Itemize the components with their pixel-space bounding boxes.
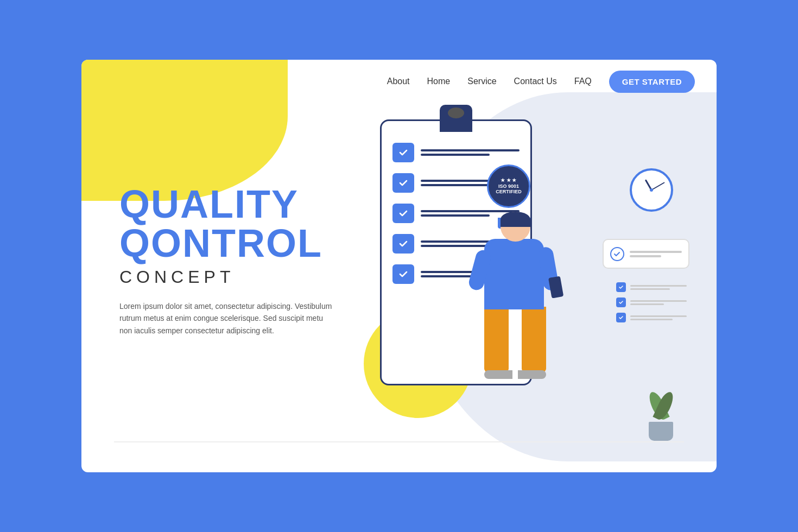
iso-badge-circle: ★ ★ ★ ISO 9001 CERTIFIED (487, 164, 530, 208)
leg-right (522, 307, 546, 372)
clock-center-dot (650, 188, 653, 192)
mini-list-item-3 (616, 313, 687, 322)
mini-list-dot-2 (616, 297, 626, 307)
title-line2: QONTROL (119, 224, 337, 263)
person-leg-left (484, 307, 512, 379)
person-legs (484, 307, 546, 379)
mini-list-line (630, 300, 687, 302)
get-started-button[interactable]: GET STARTED (609, 71, 695, 93)
plant-decoration (649, 391, 673, 441)
person-body (484, 239, 544, 309)
mini-list-dot-1 (616, 282, 626, 292)
mini-list-item-2 (616, 297, 687, 307)
mini-line (630, 255, 661, 257)
ground-line (114, 441, 684, 442)
mini-list-line (630, 319, 673, 320)
mini-list-lines-1 (630, 285, 687, 290)
title-line1: QUALITY (119, 185, 337, 224)
nav-faq[interactable]: FAQ (574, 77, 592, 86)
person-arm-left (467, 249, 492, 292)
mini-check-circle (610, 247, 624, 261)
mini-list-line (630, 315, 687, 317)
mini-check-card (603, 239, 689, 269)
person-leg-right (518, 307, 546, 379)
nav-home[interactable]: Home (427, 77, 451, 86)
mini-list-line (630, 303, 664, 305)
mini-card-lines (630, 251, 682, 257)
nav-service[interactable]: Service (467, 77, 496, 86)
mini-list-dot-3 (616, 313, 626, 322)
check-lines-1 (421, 149, 520, 156)
check-box-1 (392, 143, 414, 162)
clock-minute-hand (651, 182, 665, 191)
mini-list-line (630, 285, 687, 287)
clipboard-clip (440, 105, 472, 132)
clock-icon (630, 168, 673, 212)
mini-list-line (630, 288, 670, 290)
check-line (421, 149, 520, 151)
check-box-3 (392, 204, 414, 223)
nav-contact[interactable]: Contact Us (514, 77, 557, 86)
person-figure (461, 212, 548, 440)
shoe-right (518, 370, 546, 379)
leg-left (484, 307, 509, 372)
shoe-left (484, 370, 512, 379)
hero-text: QUALITY QONTROL CONCEPT Lorem ipsum dolo… (119, 185, 337, 337)
mini-list-item-1 (616, 282, 687, 292)
mini-line (630, 251, 682, 253)
page-container: About Home Service Contact Us FAQ GET ST… (81, 60, 717, 472)
check-item-1 (392, 143, 520, 162)
person-hair (501, 212, 530, 227)
mini-list-lines-3 (630, 315, 687, 320)
mini-list (616, 282, 687, 328)
check-box-5 (392, 264, 414, 284)
iso-badge-text: ★ ★ ★ ISO 9001 CERTIFIED (496, 178, 522, 195)
hero-description: Lorem ipsum dolor sit amet, consectetur … (119, 300, 337, 337)
plant-leaves (649, 391, 673, 421)
mini-list-lines-2 (630, 300, 687, 305)
nav-about[interactable]: About (387, 77, 410, 86)
plant-pot (649, 422, 673, 441)
check-box-4 (392, 234, 414, 254)
check-line (421, 154, 490, 156)
person-head (501, 212, 530, 242)
iso-badge: ★ ★ ★ ISO 9001 CERTIFIED (487, 164, 541, 219)
clock-face (630, 168, 673, 212)
check-box-2 (392, 173, 414, 193)
check-line (421, 184, 490, 186)
navbar: About Home Service Contact Us FAQ GET ST… (81, 60, 717, 103)
title-line3: CONCEPT (119, 267, 337, 287)
